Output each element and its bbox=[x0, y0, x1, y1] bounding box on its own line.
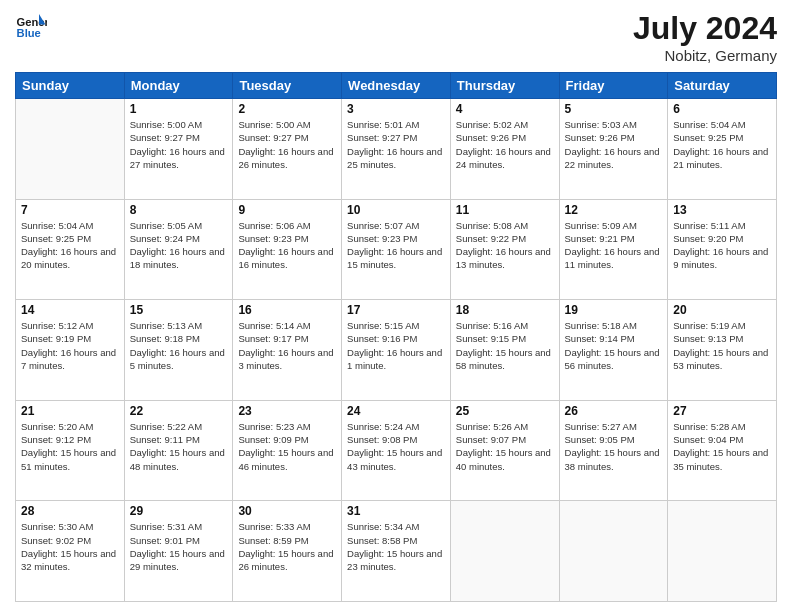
day-number: 7 bbox=[21, 203, 119, 217]
calendar-cell: 23Sunrise: 5:23 AM Sunset: 9:09 PM Dayli… bbox=[233, 400, 342, 501]
calendar-cell bbox=[16, 99, 125, 200]
svg-text:Blue: Blue bbox=[17, 27, 41, 39]
header-tuesday: Tuesday bbox=[233, 73, 342, 99]
week-row-3: 14Sunrise: 5:12 AM Sunset: 9:19 PM Dayli… bbox=[16, 300, 777, 401]
day-number: 20 bbox=[673, 303, 771, 317]
calendar-cell: 21Sunrise: 5:20 AM Sunset: 9:12 PM Dayli… bbox=[16, 400, 125, 501]
calendar-cell: 28Sunrise: 5:30 AM Sunset: 9:02 PM Dayli… bbox=[16, 501, 125, 602]
day-number: 19 bbox=[565, 303, 663, 317]
logo-icon: General Blue bbox=[15, 10, 47, 42]
calendar-cell: 3Sunrise: 5:01 AM Sunset: 9:27 PM Daylig… bbox=[342, 99, 451, 200]
day-number: 4 bbox=[456, 102, 554, 116]
calendar-cell: 22Sunrise: 5:22 AM Sunset: 9:11 PM Dayli… bbox=[124, 400, 233, 501]
day-info: Sunrise: 5:07 AM Sunset: 9:23 PM Dayligh… bbox=[347, 219, 445, 272]
day-info: Sunrise: 5:33 AM Sunset: 8:59 PM Dayligh… bbox=[238, 520, 336, 573]
day-number: 8 bbox=[130, 203, 228, 217]
header-monday: Monday bbox=[124, 73, 233, 99]
calendar-cell bbox=[668, 501, 777, 602]
day-number: 10 bbox=[347, 203, 445, 217]
day-info: Sunrise: 5:03 AM Sunset: 9:26 PM Dayligh… bbox=[565, 118, 663, 171]
day-info: Sunrise: 5:01 AM Sunset: 9:27 PM Dayligh… bbox=[347, 118, 445, 171]
header-sunday: Sunday bbox=[16, 73, 125, 99]
day-number: 31 bbox=[347, 504, 445, 518]
week-row-5: 28Sunrise: 5:30 AM Sunset: 9:02 PM Dayli… bbox=[16, 501, 777, 602]
calendar-cell: 14Sunrise: 5:12 AM Sunset: 9:19 PM Dayli… bbox=[16, 300, 125, 401]
day-info: Sunrise: 5:06 AM Sunset: 9:23 PM Dayligh… bbox=[238, 219, 336, 272]
calendar-cell: 15Sunrise: 5:13 AM Sunset: 9:18 PM Dayli… bbox=[124, 300, 233, 401]
day-number: 27 bbox=[673, 404, 771, 418]
day-number: 29 bbox=[130, 504, 228, 518]
calendar-cell: 25Sunrise: 5:26 AM Sunset: 9:07 PM Dayli… bbox=[450, 400, 559, 501]
calendar-cell: 5Sunrise: 5:03 AM Sunset: 9:26 PM Daylig… bbox=[559, 99, 668, 200]
day-number: 14 bbox=[21, 303, 119, 317]
day-number: 5 bbox=[565, 102, 663, 116]
day-number: 9 bbox=[238, 203, 336, 217]
day-number: 3 bbox=[347, 102, 445, 116]
calendar-cell: 30Sunrise: 5:33 AM Sunset: 8:59 PM Dayli… bbox=[233, 501, 342, 602]
calendar-cell: 1Sunrise: 5:00 AM Sunset: 9:27 PM Daylig… bbox=[124, 99, 233, 200]
day-info: Sunrise: 5:18 AM Sunset: 9:14 PM Dayligh… bbox=[565, 319, 663, 372]
day-number: 21 bbox=[21, 404, 119, 418]
day-number: 30 bbox=[238, 504, 336, 518]
calendar-table: Sunday Monday Tuesday Wednesday Thursday… bbox=[15, 72, 777, 602]
day-info: Sunrise: 5:14 AM Sunset: 9:17 PM Dayligh… bbox=[238, 319, 336, 372]
day-info: Sunrise: 5:08 AM Sunset: 9:22 PM Dayligh… bbox=[456, 219, 554, 272]
day-info: Sunrise: 5:26 AM Sunset: 9:07 PM Dayligh… bbox=[456, 420, 554, 473]
day-number: 13 bbox=[673, 203, 771, 217]
day-info: Sunrise: 5:22 AM Sunset: 9:11 PM Dayligh… bbox=[130, 420, 228, 473]
calendar-cell: 29Sunrise: 5:31 AM Sunset: 9:01 PM Dayli… bbox=[124, 501, 233, 602]
header-thursday: Thursday bbox=[450, 73, 559, 99]
logo: General Blue bbox=[15, 10, 47, 42]
day-number: 25 bbox=[456, 404, 554, 418]
header-friday: Friday bbox=[559, 73, 668, 99]
day-number: 2 bbox=[238, 102, 336, 116]
day-info: Sunrise: 5:30 AM Sunset: 9:02 PM Dayligh… bbox=[21, 520, 119, 573]
day-info: Sunrise: 5:15 AM Sunset: 9:16 PM Dayligh… bbox=[347, 319, 445, 372]
day-info: Sunrise: 5:23 AM Sunset: 9:09 PM Dayligh… bbox=[238, 420, 336, 473]
day-info: Sunrise: 5:09 AM Sunset: 9:21 PM Dayligh… bbox=[565, 219, 663, 272]
day-number: 1 bbox=[130, 102, 228, 116]
day-info: Sunrise: 5:20 AM Sunset: 9:12 PM Dayligh… bbox=[21, 420, 119, 473]
calendar-cell: 17Sunrise: 5:15 AM Sunset: 9:16 PM Dayli… bbox=[342, 300, 451, 401]
location-subtitle: Nobitz, Germany bbox=[633, 47, 777, 64]
calendar-cell: 10Sunrise: 5:07 AM Sunset: 9:23 PM Dayli… bbox=[342, 199, 451, 300]
calendar-cell: 13Sunrise: 5:11 AM Sunset: 9:20 PM Dayli… bbox=[668, 199, 777, 300]
calendar-cell: 7Sunrise: 5:04 AM Sunset: 9:25 PM Daylig… bbox=[16, 199, 125, 300]
day-number: 6 bbox=[673, 102, 771, 116]
calendar-cell: 6Sunrise: 5:04 AM Sunset: 9:25 PM Daylig… bbox=[668, 99, 777, 200]
day-number: 18 bbox=[456, 303, 554, 317]
day-number: 17 bbox=[347, 303, 445, 317]
calendar-cell bbox=[559, 501, 668, 602]
day-info: Sunrise: 5:00 AM Sunset: 9:27 PM Dayligh… bbox=[130, 118, 228, 171]
day-number: 22 bbox=[130, 404, 228, 418]
day-info: Sunrise: 5:28 AM Sunset: 9:04 PM Dayligh… bbox=[673, 420, 771, 473]
calendar-cell: 12Sunrise: 5:09 AM Sunset: 9:21 PM Dayli… bbox=[559, 199, 668, 300]
calendar-cell: 2Sunrise: 5:00 AM Sunset: 9:27 PM Daylig… bbox=[233, 99, 342, 200]
week-row-2: 7Sunrise: 5:04 AM Sunset: 9:25 PM Daylig… bbox=[16, 199, 777, 300]
calendar-cell: 18Sunrise: 5:16 AM Sunset: 9:15 PM Dayli… bbox=[450, 300, 559, 401]
calendar-cell: 11Sunrise: 5:08 AM Sunset: 9:22 PM Dayli… bbox=[450, 199, 559, 300]
day-info: Sunrise: 5:12 AM Sunset: 9:19 PM Dayligh… bbox=[21, 319, 119, 372]
week-row-4: 21Sunrise: 5:20 AM Sunset: 9:12 PM Dayli… bbox=[16, 400, 777, 501]
calendar-cell: 20Sunrise: 5:19 AM Sunset: 9:13 PM Dayli… bbox=[668, 300, 777, 401]
calendar-cell: 31Sunrise: 5:34 AM Sunset: 8:58 PM Dayli… bbox=[342, 501, 451, 602]
calendar-cell: 27Sunrise: 5:28 AM Sunset: 9:04 PM Dayli… bbox=[668, 400, 777, 501]
day-info: Sunrise: 5:34 AM Sunset: 8:58 PM Dayligh… bbox=[347, 520, 445, 573]
day-number: 26 bbox=[565, 404, 663, 418]
day-number: 28 bbox=[21, 504, 119, 518]
day-info: Sunrise: 5:13 AM Sunset: 9:18 PM Dayligh… bbox=[130, 319, 228, 372]
day-info: Sunrise: 5:27 AM Sunset: 9:05 PM Dayligh… bbox=[565, 420, 663, 473]
header-wednesday: Wednesday bbox=[342, 73, 451, 99]
weekday-header-row: Sunday Monday Tuesday Wednesday Thursday… bbox=[16, 73, 777, 99]
day-number: 23 bbox=[238, 404, 336, 418]
day-info: Sunrise: 5:02 AM Sunset: 9:26 PM Dayligh… bbox=[456, 118, 554, 171]
header-saturday: Saturday bbox=[668, 73, 777, 99]
day-number: 16 bbox=[238, 303, 336, 317]
day-info: Sunrise: 5:31 AM Sunset: 9:01 PM Dayligh… bbox=[130, 520, 228, 573]
calendar-cell: 19Sunrise: 5:18 AM Sunset: 9:14 PM Dayli… bbox=[559, 300, 668, 401]
day-info: Sunrise: 5:05 AM Sunset: 9:24 PM Dayligh… bbox=[130, 219, 228, 272]
title-block: July 2024 Nobitz, Germany bbox=[633, 10, 777, 64]
day-info: Sunrise: 5:19 AM Sunset: 9:13 PM Dayligh… bbox=[673, 319, 771, 372]
day-info: Sunrise: 5:00 AM Sunset: 9:27 PM Dayligh… bbox=[238, 118, 336, 171]
day-info: Sunrise: 5:04 AM Sunset: 9:25 PM Dayligh… bbox=[21, 219, 119, 272]
